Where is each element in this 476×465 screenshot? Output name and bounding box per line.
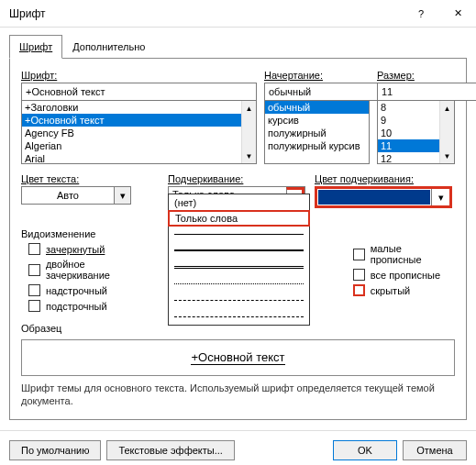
list-item[interactable]: Arial: [22, 152, 256, 164]
scrollbar[interactable]: ▲ ▼: [241, 101, 256, 163]
scroll-up-icon[interactable]: ▲: [440, 101, 454, 116]
checkbox-hidden[interactable]: скрытый: [353, 284, 455, 296]
list-item[interactable]: Algerian: [22, 139, 256, 152]
ok-button[interactable]: OK: [333, 440, 397, 460]
preview-sample: +Основной текст: [191, 350, 284, 365]
font-input[interactable]: [21, 83, 257, 101]
underline-color-dropdown[interactable]: ▾: [315, 186, 452, 208]
list-item[interactable]: полужирный курсив: [265, 139, 369, 152]
checkbox-subscript[interactable]: подстрочный: [28, 300, 151, 312]
scrollbar[interactable]: ▲ ▼: [439, 101, 454, 163]
size-input[interactable]: [377, 83, 476, 101]
style-combo[interactable]: [264, 83, 370, 101]
scroll-up-icon[interactable]: ▲: [242, 101, 256, 116]
underline-dropdown-list[interactable]: (нет) Только слова: [168, 194, 310, 326]
chevron-down-icon[interactable]: ▾: [114, 187, 130, 204]
hint-text: Шрифт темы для основного текста. Использ…: [21, 382, 455, 408]
dialog-body: Шрифт: +Заголовки +Основной текст Agency…: [9, 58, 467, 420]
style-listbox[interactable]: обычный курсив полужирный полужирный кур…: [264, 100, 370, 164]
dropdown-item-line[interactable]: [169, 226, 309, 242]
chevron-down-icon[interactable]: ▾: [431, 189, 449, 205]
font-listbox[interactable]: +Заголовки +Основной текст Agency FB Alg…: [21, 100, 257, 164]
window-title: Шрифт: [9, 7, 45, 20]
size-combo[interactable]: [377, 83, 455, 101]
button-bar: По умолчанию Текстовые эффекты... OK Отм…: [0, 430, 476, 465]
checkbox-double-strike[interactable]: двойное зачеркивание: [28, 259, 151, 281]
textcolor-dropdown[interactable]: Авто ▾: [21, 186, 131, 205]
checkbox-superscript[interactable]: надстрочный: [28, 284, 151, 296]
underline-color-label: Цвет подчеркивания:: [315, 173, 452, 184]
tab-strip: Шрифт Дополнительно: [0, 28, 476, 59]
font-combo[interactable]: [21, 83, 257, 101]
dropdown-item-line[interactable]: [169, 292, 309, 308]
textcolor-value: Авто: [22, 187, 114, 204]
text-effects-button[interactable]: Текстовые эффекты...: [106, 440, 235, 460]
font-label: Шрифт:: [21, 70, 257, 81]
dropdown-item-line[interactable]: [169, 242, 309, 259]
default-button[interactable]: По умолчанию: [9, 440, 101, 460]
checkbox-allcaps[interactable]: все прописные: [353, 269, 455, 281]
list-item[interactable]: полужирный: [265, 127, 369, 139]
dropdown-item-words[interactable]: Только слова: [168, 210, 310, 227]
title-bar: Шрифт ? ✕: [0, 0, 476, 28]
dropdown-item-none[interactable]: (нет): [169, 194, 309, 211]
close-button[interactable]: ✕: [439, 0, 476, 28]
underline-label: Подчеркивание:: [168, 173, 305, 184]
help-button[interactable]: ?: [403, 0, 439, 28]
size-label: Размер:: [377, 70, 455, 81]
list-item[interactable]: +Основной текст: [22, 114, 256, 127]
textcolor-label: Цвет текста:: [21, 173, 159, 184]
dropdown-item-line[interactable]: [169, 308, 309, 325]
list-item[interactable]: обычный: [265, 101, 369, 114]
dropdown-item-line[interactable]: [169, 275, 309, 292]
list-item[interactable]: курсив: [265, 114, 369, 127]
list-item[interactable]: Agency FB: [22, 127, 256, 139]
tab-advanced[interactable]: Дополнительно: [62, 35, 155, 59]
dropdown-item-line[interactable]: [169, 259, 309, 275]
checkbox-smallcaps[interactable]: малые прописные: [353, 243, 455, 265]
size-listbox[interactable]: 8 9 10 11 12 ▲ ▼: [377, 100, 455, 164]
style-label: Начертание:: [264, 70, 370, 81]
list-item[interactable]: +Заголовки: [22, 101, 256, 114]
scroll-down-icon[interactable]: ▼: [242, 149, 256, 163]
preview-box: +Основной текст: [21, 339, 455, 376]
cancel-button[interactable]: Отмена: [403, 440, 467, 460]
checkbox-strikethrough[interactable]: зачеркнутый: [28, 243, 151, 255]
color-swatch: [318, 190, 430, 205]
tab-font[interactable]: Шрифт: [9, 35, 62, 59]
scroll-down-icon[interactable]: ▼: [440, 149, 454, 163]
